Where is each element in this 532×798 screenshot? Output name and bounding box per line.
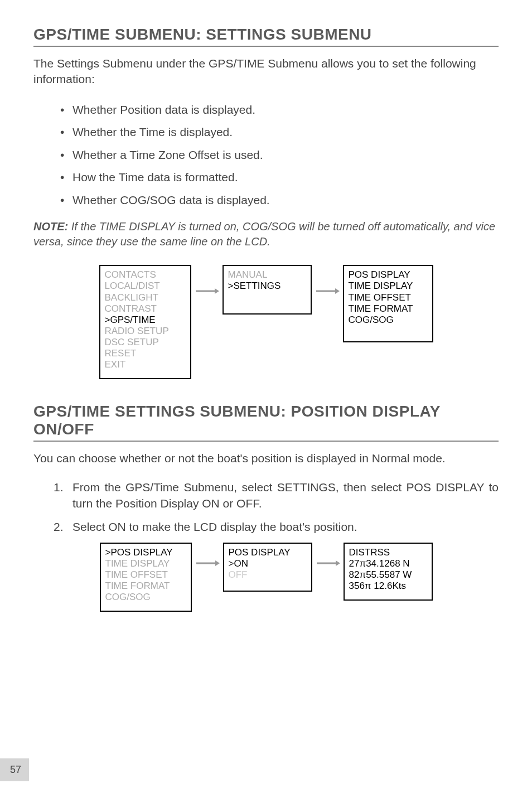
lcd-line: TIME FORMAT: [349, 303, 428, 315]
note-text: NOTE: If the TIME DISPLAY is turned on, …: [33, 219, 499, 249]
lcd-line: RESET: [105, 348, 186, 359]
lcd-box-pos-display-options: POS DISPLAY >ON OFF: [223, 543, 312, 592]
lcd-line: COG/SOG: [349, 315, 428, 326]
lcd-line-selected: >GPS/TIME: [105, 315, 186, 326]
ordered-list-item: 1. From the GPS/Time Submenu, select SET…: [33, 480, 499, 511]
lcd-box-main-menu: CONTACTS LOCAL/DIST BACKLIGHT CONTRAST >…: [99, 265, 191, 379]
svg-marker-5: [215, 560, 220, 566]
lcd-line-selected: >ON: [229, 558, 307, 569]
lcd-box-settings-menu: >POS DISPLAY TIME DISPLAY TIME OFFSET TI…: [100, 543, 192, 612]
svg-marker-1: [215, 288, 219, 294]
lcd-line: DISTRSS: [349, 547, 427, 558]
lcd-box-settings-list: POS DISPLAY TIME DISPLAY TIME OFFSET TIM…: [343, 265, 433, 342]
arrow-right-icon: [316, 559, 340, 567]
lcd-line: POS DISPLAY: [349, 269, 428, 280]
lcd-line-selected: >SETTINGS: [228, 280, 306, 292]
page-number: 57: [0, 758, 29, 781]
lcd-line: LOCAL/DIST: [105, 280, 186, 292]
lcd-line: TIME OFFSET: [349, 292, 428, 303]
lcd-line: TIME OFFSET: [105, 569, 186, 581]
bullet-item: Whether COG/SOG data is displayed.: [33, 191, 499, 210]
lcd-line: 82π55.5587 W: [349, 569, 427, 581]
lcd-line: CONTACTS: [105, 269, 186, 280]
arrow-right-icon: [315, 287, 340, 295]
lcd-line: POS DISPLAY: [229, 547, 307, 558]
lcd-line: MANUAL: [228, 269, 306, 280]
list-number: 2.: [54, 519, 64, 535]
list-text: Select ON to make the LCD display the bo…: [72, 520, 357, 533]
lcd-box-display-result: DISTRSS 27π34.1268 N 82π55.5587 W 356π 1…: [344, 543, 433, 601]
arrow-right-icon: [195, 559, 220, 567]
lcd-line: TIME DISPLAY: [349, 280, 428, 292]
note-body: If the TIME DISPLAY is turned on, COG/SO…: [33, 220, 495, 248]
lcd-line: BACKLIGHT: [105, 292, 186, 303]
lcd-box-gps-time: MANUAL >SETTINGS: [223, 265, 312, 314]
ordered-list-item: 2. Select ON to make the LCD display the…: [33, 519, 499, 535]
lcd-line-selected: >POS DISPLAY: [105, 547, 186, 558]
arrow-right-icon: [195, 287, 219, 295]
lcd-line: 356π 12.6Kts: [349, 581, 427, 592]
list-text: From the GPS/Time Submenu, select SETTIN…: [72, 481, 499, 509]
bullet-item: How the Time data is formatted.: [33, 168, 499, 187]
lcd-line: CONTRAST: [105, 303, 186, 315]
lcd-line: EXIT: [105, 359, 186, 370]
section-intro: The Settings Submenu under the GPS/TIME …: [33, 56, 499, 88]
lcd-line: 27π34.1268 N: [349, 558, 427, 569]
note-label: NOTE:: [33, 220, 68, 233]
section-intro: You can choose whether or not the boat's…: [33, 451, 499, 466]
lcd-line: RADIO SETUP: [105, 326, 186, 337]
bullet-item: Whether Position data is displayed.: [33, 101, 499, 119]
diagram-settings-flow: CONTACTS LOCAL/DIST BACKLIGHT CONTRAST >…: [33, 265, 499, 379]
lcd-line: TIME FORMAT: [105, 581, 186, 592]
lcd-line: TIME DISPLAY: [105, 558, 186, 569]
lcd-line: OFF: [229, 569, 307, 581]
section-heading: GPS/TIME SETTINGS SUBMENU: POSITION DISP…: [33, 403, 499, 442]
svg-marker-7: [336, 560, 340, 566]
svg-marker-3: [335, 288, 340, 294]
diagram-pos-display-flow: >POS DISPLAY TIME DISPLAY TIME OFFSET TI…: [33, 543, 499, 612]
lcd-line: COG/SOG: [105, 592, 186, 603]
list-number: 1.: [54, 480, 64, 495]
bullet-item: Whether a Time Zone Offset is used.: [33, 146, 499, 165]
bullet-item: Whether the Time is displayed.: [33, 123, 499, 142]
lcd-line: DSC SETUP: [105, 337, 186, 348]
section-heading: GPS/TIME SUBMENU: SETTINGS SUBMENU: [33, 26, 499, 47]
